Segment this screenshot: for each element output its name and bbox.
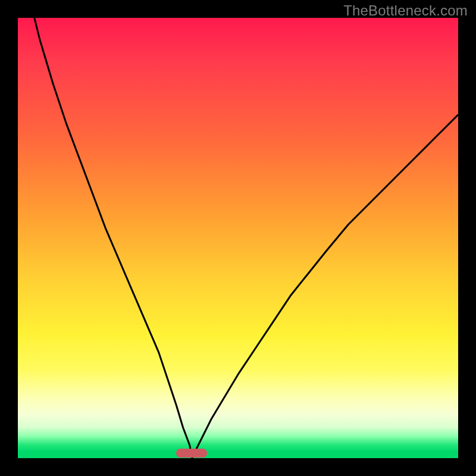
plot-area xyxy=(18,18,458,458)
optimal-marker xyxy=(176,449,207,458)
curve-svg xyxy=(18,18,458,458)
bottleneck-curve xyxy=(18,18,458,458)
watermark-text: TheBottleneck.com xyxy=(343,2,468,19)
chart-frame: TheBottleneck.com xyxy=(0,0,476,476)
